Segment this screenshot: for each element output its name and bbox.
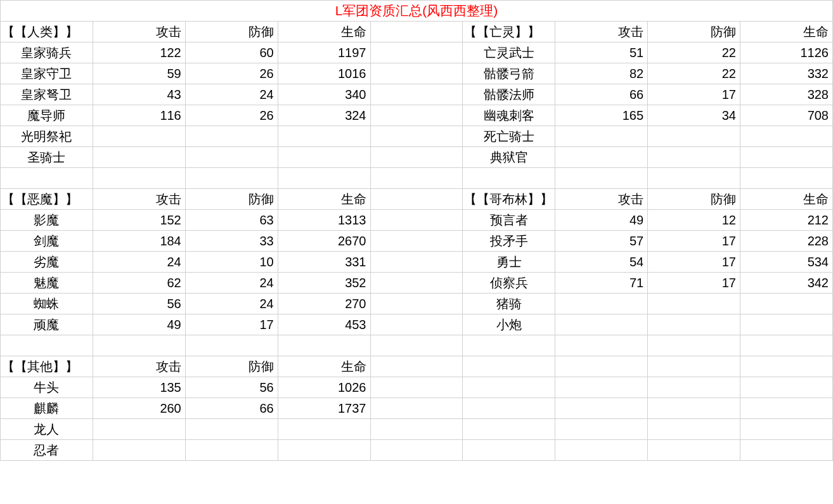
unit-life: 228 xyxy=(740,231,833,252)
unit-life: 1737 xyxy=(278,398,370,419)
unit-life: 342 xyxy=(740,273,833,294)
unit-life: 270 xyxy=(278,294,370,314)
unit-life: 708 xyxy=(740,105,833,126)
col-header-life: 生命 xyxy=(278,356,370,377)
col-header-life: 生命 xyxy=(278,189,370,210)
unit-defense: 17 xyxy=(648,231,740,252)
unit-name: 魅魔 xyxy=(1,273,93,294)
unit-attack: 165 xyxy=(555,105,648,126)
unit-name: 忍者 xyxy=(1,440,93,461)
unit-life xyxy=(740,314,833,335)
col-header-defense: 防御 xyxy=(185,189,278,210)
unit-life xyxy=(740,440,833,461)
unit-life: 1126 xyxy=(740,42,833,63)
unit-life: 331 xyxy=(278,252,370,273)
spacer xyxy=(370,356,463,377)
spacer xyxy=(370,273,463,294)
unit-name: 顽魔 xyxy=(1,314,93,335)
unit-defense xyxy=(648,147,740,168)
unit-attack xyxy=(555,398,648,419)
unit-defense: 17 xyxy=(648,84,740,105)
unit-life xyxy=(740,147,833,168)
unit-attack: 56 xyxy=(93,294,185,314)
unit-defense: 22 xyxy=(648,63,740,84)
unit-attack: 71 xyxy=(555,273,648,294)
unit-name: 骷髅弓箭 xyxy=(463,63,555,84)
spacer xyxy=(370,63,463,84)
stats-table: L军团资质汇总(风西西整理)【【人类】】攻击防御生命【【亡灵】】攻击防御生命皇家… xyxy=(0,0,833,461)
unit-name: 典狱官 xyxy=(463,147,555,168)
unit-life xyxy=(278,440,370,461)
unit-name xyxy=(463,440,555,461)
col-header-attack: 攻击 xyxy=(555,189,648,210)
unit-defense: 22 xyxy=(648,42,740,63)
unit-attack xyxy=(555,126,648,147)
unit-attack xyxy=(93,440,185,461)
unit-defense xyxy=(648,377,740,398)
col-header-defense: 防御 xyxy=(648,189,740,210)
unit-defense: 24 xyxy=(185,294,278,314)
unit-attack xyxy=(555,147,648,168)
unit-attack xyxy=(555,314,648,335)
unit-name: 侦察兵 xyxy=(463,273,555,294)
unit-name xyxy=(463,419,555,440)
unit-name: 投矛手 xyxy=(463,231,555,252)
unit-defense xyxy=(648,126,740,147)
unit-defense: 10 xyxy=(185,252,278,273)
col-header-attack: 攻击 xyxy=(93,189,185,210)
unit-name xyxy=(463,398,555,419)
spacer xyxy=(370,105,463,126)
spacer xyxy=(370,126,463,147)
unit-name: 皇家弩卫 xyxy=(1,84,93,105)
spacer xyxy=(370,84,463,105)
spacer xyxy=(370,294,463,314)
table-title: L军团资质汇总(风西西整理) xyxy=(1,1,833,22)
col-header-defense: 防御 xyxy=(185,22,278,42)
col-header-life: 生命 xyxy=(740,189,833,210)
unit-life: 332 xyxy=(740,63,833,84)
unit-defense: 56 xyxy=(185,377,278,398)
category-header: 【【亡灵】】 xyxy=(463,22,555,42)
unit-attack xyxy=(555,294,648,314)
unit-name: 幽魂刺客 xyxy=(463,105,555,126)
unit-life: 1016 xyxy=(278,63,370,84)
col-header-life: 生命 xyxy=(278,22,370,42)
unit-attack: 59 xyxy=(93,63,185,84)
unit-defense: 17 xyxy=(648,273,740,294)
unit-defense xyxy=(648,294,740,314)
unit-life: 340 xyxy=(278,84,370,105)
unit-attack: 116 xyxy=(93,105,185,126)
unit-attack xyxy=(93,419,185,440)
unit-defense xyxy=(185,419,278,440)
unit-defense xyxy=(648,314,740,335)
unit-name: 预言者 xyxy=(463,210,555,231)
unit-name: 龙人 xyxy=(1,419,93,440)
unit-life: 2670 xyxy=(278,231,370,252)
unit-life: 328 xyxy=(740,84,833,105)
unit-name: 蜘蛛 xyxy=(1,294,93,314)
unit-defense: 12 xyxy=(648,210,740,231)
unit-defense xyxy=(185,126,278,147)
unit-name: 魔导师 xyxy=(1,105,93,126)
unit-attack: 82 xyxy=(555,63,648,84)
unit-attack: 260 xyxy=(93,398,185,419)
unit-life xyxy=(278,126,370,147)
col-header-defense: 防御 xyxy=(185,356,278,377)
unit-defense: 17 xyxy=(185,314,278,335)
unit-attack: 49 xyxy=(93,314,185,335)
unit-attack: 54 xyxy=(555,252,648,273)
unit-name: 勇士 xyxy=(463,252,555,273)
unit-defense xyxy=(185,147,278,168)
unit-attack: 24 xyxy=(93,252,185,273)
unit-attack: 135 xyxy=(93,377,185,398)
col-header-life: 生命 xyxy=(740,22,833,42)
unit-defense: 26 xyxy=(185,105,278,126)
unit-attack: 184 xyxy=(93,231,185,252)
unit-life xyxy=(740,377,833,398)
unit-life xyxy=(740,398,833,419)
spacer xyxy=(370,42,463,63)
unit-life: 1313 xyxy=(278,210,370,231)
category-header: 【【其他】】 xyxy=(1,356,93,377)
spacer xyxy=(370,189,463,210)
unit-name: 骷髅法师 xyxy=(463,84,555,105)
